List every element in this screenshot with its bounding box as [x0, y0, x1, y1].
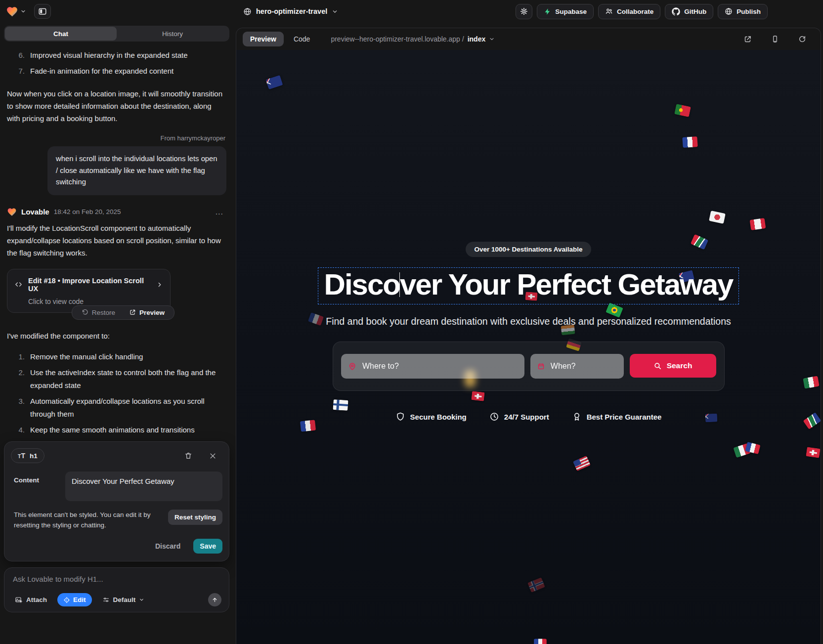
list-text: Improved visual hierarchy in the expande… — [30, 49, 188, 62]
topbar-actions: Supabase Collaborate GitHub Publish — [516, 4, 768, 19]
list-text: Fade-in animation for the expanded conte… — [30, 65, 173, 78]
styling-note: This element can't be styled. You can ed… — [11, 510, 161, 530]
list-number: 6. — [16, 49, 25, 62]
norway-flag-icon — [527, 577, 545, 593]
element-editor-panel: TT h1 Content Discover Your Perfect Geta… — [4, 441, 229, 561]
search-panel: Search — [333, 342, 725, 391]
collaborate-button[interactable]: Collaborate — [598, 4, 660, 19]
send-button[interactable] — [208, 593, 221, 606]
clock-icon — [489, 412, 499, 422]
discard-button[interactable]: Discard — [152, 542, 183, 551]
destinations-badge: Over 1000+ Destinations Available — [466, 242, 591, 257]
mode-selector[interactable]: Default — [99, 596, 148, 604]
chat-composer: Attach Edit Default — [4, 567, 229, 612]
when-input[interactable] — [550, 361, 617, 371]
preview-version-button[interactable]: Preview — [126, 308, 168, 317]
restore-button[interactable]: Restore — [79, 308, 118, 317]
feature-label: 24/7 Support — [504, 413, 549, 421]
list-number: 7. — [16, 65, 25, 78]
publish-button[interactable]: Publish — [718, 4, 768, 19]
shield-icon — [395, 412, 405, 422]
when-field[interactable] — [530, 354, 624, 379]
assistant-paragraph: I've modified the component to: — [7, 330, 226, 342]
assistant-paragraph: I'll modify the LocationScroll component… — [7, 222, 226, 259]
tab-chat[interactable]: Chat — [5, 27, 117, 41]
list-item: 3. Automatically expand/collapse locatio… — [7, 393, 226, 422]
attach-button[interactable]: Attach — [12, 596, 50, 604]
close-editor-button[interactable] — [206, 451, 219, 460]
feature-row: Secure Booking 24/7 Support Best Price G… — [395, 412, 662, 422]
hero-title[interactable]: Discover Your Perfect Getaway — [324, 268, 733, 301]
hero-subtitle: Find and book your dream destination wit… — [326, 316, 731, 327]
open-in-new-tab-button[interactable] — [740, 35, 755, 44]
preview-toolbar: Preview Code preview--hero-optimizer-tra… — [236, 28, 821, 50]
edit-card-title: Edit #18 • Improve Location Scroll UX — [28, 277, 151, 293]
chat-history-tabs: Chat History — [4, 26, 229, 42]
chat-input[interactable] — [12, 574, 221, 584]
list-text: Keep the same smooth animations and tran… — [30, 424, 195, 436]
chat-messages[interactable]: 6. Improved visual hierarchy in the expa… — [0, 46, 233, 437]
list-item: 2. Use the activeIndex state to control … — [7, 365, 226, 393]
france-flag-icon — [534, 639, 547, 644]
chevron-right-icon — [156, 281, 163, 288]
attach-label: Attach — [26, 596, 47, 603]
assistant-message-header: Lovable 18:42 on Feb 20, 2025 ... — [7, 207, 226, 217]
list-text: Automatically expand/collapse locations … — [30, 395, 226, 421]
list-number: 4. — [16, 424, 25, 436]
mobile-view-button[interactable] — [768, 35, 782, 43]
message-timestamp: 18:42 on Feb 20, 2025 — [54, 208, 121, 215]
preview-url-host: preview--hero-optimizer-travel.lovable.a… — [331, 35, 464, 43]
github-button[interactable]: GitHub — [665, 4, 713, 19]
tab-history[interactable]: History — [117, 27, 228, 41]
delete-element-button[interactable] — [181, 451, 195, 460]
sidebar-toggle-button[interactable] — [34, 4, 51, 19]
hero-section: Over 1000+ Destinations Available Discov… — [236, 50, 821, 422]
usa-flag-icon — [573, 456, 591, 471]
search-label: Search — [667, 361, 693, 370]
lovable-heart-icon — [6, 5, 18, 18]
assistant-paragraph: Now when you click on a location image, … — [7, 87, 226, 125]
people-icon — [605, 7, 613, 15]
message-menu-button[interactable]: ... — [213, 207, 226, 217]
supabase-label: Supabase — [555, 8, 587, 15]
refresh-button[interactable] — [795, 35, 809, 43]
collaborate-label: Collaborate — [617, 8, 653, 15]
project-switcher[interactable]: hero-optimizer-travel — [243, 7, 338, 16]
award-icon — [572, 412, 582, 422]
edit-version-card[interactable]: Edit #18 • Improve Location Scroll UX Cl… — [7, 269, 171, 313]
content-input[interactable]: Discover Your Perfect Getaway — [65, 472, 222, 501]
feature-support: 24/7 Support — [489, 412, 549, 422]
list-item: 4. Keep the same smooth animations and t… — [7, 422, 226, 438]
edit-mode-button[interactable]: Edit — [57, 593, 92, 606]
mode-label: Default — [113, 596, 136, 603]
chat-panel: Chat History 6. Improved visual hierarch… — [0, 23, 233, 644]
restore-label: Restore — [92, 309, 115, 316]
where-input[interactable] — [361, 361, 518, 371]
tab-preview[interactable]: Preview — [243, 32, 284, 46]
reset-styling-button[interactable]: Reset styling — [168, 510, 222, 525]
project-name: hero-optimizer-travel — [256, 7, 327, 15]
lovable-logo-group[interactable] — [6, 5, 26, 18]
search-button[interactable]: Search — [630, 354, 716, 378]
list-text: Remove the manual click handling — [30, 350, 143, 363]
feature-label: Secure Booking — [410, 413, 467, 421]
globe-icon — [725, 7, 733, 15]
selected-element-pill[interactable]: TT h1 — [11, 448, 44, 463]
list-text: Use the activeIndex state to control bot… — [30, 366, 226, 392]
content-label: Content — [11, 472, 60, 484]
settings-button[interactable] — [516, 4, 532, 19]
preview-url[interactable]: preview--hero-optimizer-travel.lovable.a… — [331, 35, 495, 43]
text-size-icon: TT — [18, 452, 25, 459]
text-caret — [399, 272, 400, 297]
tab-code[interactable]: Code — [291, 35, 313, 43]
feature-best-price: Best Price Guarantee — [572, 412, 662, 422]
where-field[interactable] — [341, 354, 524, 379]
edit-mode-label: Edit — [73, 596, 86, 603]
switzerland-flag-icon — [806, 447, 820, 458]
edit-card-actions: Restore Preview — [72, 305, 174, 320]
save-button[interactable]: Save — [193, 539, 222, 554]
selected-element-outline[interactable]: Discover Your Perfect Getaway — [318, 267, 739, 304]
publish-label: Publish — [736, 8, 761, 15]
code-icon — [14, 280, 23, 289]
supabase-button[interactable]: Supabase — [537, 4, 594, 19]
